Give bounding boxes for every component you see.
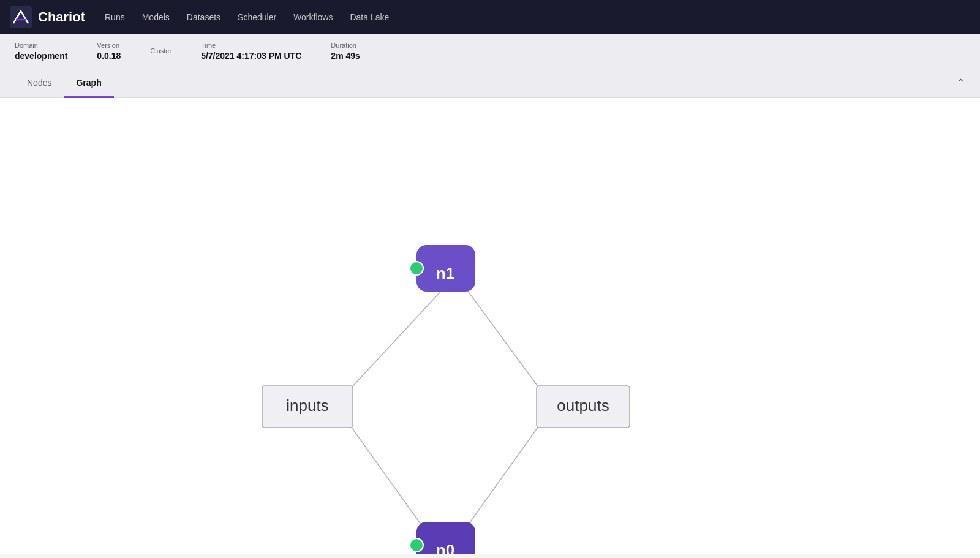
tab-graph[interactable]: Graph (64, 69, 113, 98)
nav-data-lake[interactable]: Data Lake (350, 12, 389, 22)
collapse-icon[interactable]: ⌃ (956, 77, 965, 90)
tab-nodes[interactable]: Nodes (15, 69, 64, 98)
nav-datasets[interactable]: Datasets (187, 12, 221, 22)
version-info: Version 0.0.18 (97, 42, 121, 61)
nav-scheduler[interactable]: Scheduler (238, 12, 276, 22)
brand-logo-area: Chariot (10, 6, 85, 28)
top-navigation: Chariot Runs Models Datasets Scheduler W… (0, 0, 980, 34)
edge-n1-outputs (466, 288, 542, 392)
edge-inputs-n0 (347, 421, 423, 527)
tabs: Nodes Graph (15, 69, 114, 97)
time-label: Time (201, 42, 301, 49)
brand-name: Chariot (38, 9, 85, 25)
svg-rect-0 (10, 6, 32, 28)
time-info: Time 5/7/2021 4:17:03 PM UTC (201, 42, 301, 61)
domain-label: Domain (15, 42, 67, 49)
node-n0-dot (410, 538, 423, 552)
node-n1-dot (410, 262, 423, 275)
edge-outputs-n0 (467, 421, 542, 527)
edge-n1-inputs (347, 288, 444, 392)
nav-links: Runs Models Datasets Scheduler Workflows… (105, 12, 389, 22)
version-label: Version (97, 42, 121, 49)
node-n0-label: n0 (436, 541, 454, 554)
node-inputs-label: inputs (286, 396, 328, 415)
time-value: 5/7/2021 4:17:03 PM UTC (201, 51, 301, 61)
graph-svg: n1 inputs outputs n0 (0, 98, 980, 554)
nav-runs[interactable]: Runs (105, 12, 125, 22)
tabs-bar: Nodes Graph ⌃ (0, 69, 980, 98)
brand-icon (10, 6, 32, 28)
duration-info: Duration 2m 49s (331, 42, 360, 61)
nav-workflows[interactable]: Workflows (293, 12, 333, 22)
duration-value: 2m 49s (331, 51, 360, 61)
cluster-label: Cluster (150, 47, 172, 55)
version-value: 0.0.18 (97, 51, 121, 61)
info-bar: Domain development Version 0.0.18 Cluste… (0, 34, 980, 69)
nav-models[interactable]: Models (142, 12, 170, 22)
node-n1-label: n1 (436, 264, 454, 282)
graph-area: n1 inputs outputs n0 (0, 98, 980, 554)
node-outputs-label: outputs (557, 396, 609, 415)
cluster-info: Cluster (150, 47, 172, 56)
domain-info: Domain development (15, 42, 67, 61)
duration-label: Duration (331, 42, 360, 49)
domain-value: development (15, 51, 67, 61)
